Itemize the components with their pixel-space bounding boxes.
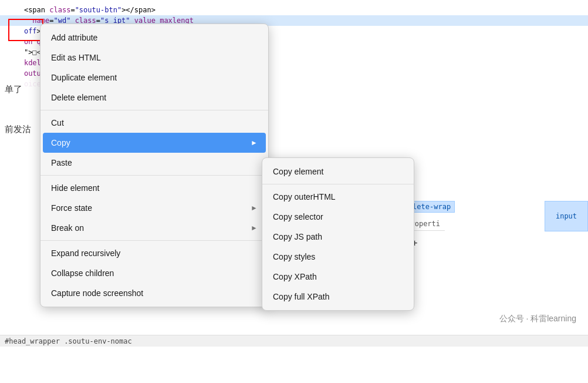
menu-divider-3 <box>40 240 268 241</box>
menu-item-edit-as-html[interactable]: Edit as HTML <box>40 48 268 68</box>
menu-item-break-on[interactable]: Break on ► <box>40 218 268 238</box>
submenu-copy-xpath[interactable]: Copy XPath <box>262 267 414 287</box>
menu-item-capture-screenshot[interactable]: Capture node screenshot <box>40 283 268 303</box>
submenu-copy-js-path[interactable]: Copy JS path <box>262 227 414 247</box>
submenu-copy-selector[interactable]: Copy selector <box>262 207 414 227</box>
menu-item-cut[interactable]: Cut <box>40 113 268 133</box>
submenu-copy-styles[interactable]: Copy styles <box>262 247 414 267</box>
submenu-divider <box>262 184 414 184</box>
watermark: 公众号 · 科雷learning <box>499 314 576 324</box>
menu-item-copy[interactable]: Copy ► <box>43 133 266 153</box>
menu-divider-1 <box>40 110 268 110</box>
bottom-breadcrumb: #head_wrapper .soutu-env-nomac <box>0 335 588 347</box>
menu-item-hide-element[interactable]: Hide element <box>40 178 268 198</box>
force-state-chevron: ► <box>251 204 258 212</box>
menu-item-duplicate-element[interactable]: Duplicate element <box>40 68 268 88</box>
menu-item-delete-element[interactable]: Delete element <box>40 88 268 107</box>
menu-item-collapse-children[interactable]: Collapse children <box>40 263 268 283</box>
menu-item-expand-recursively[interactable]: Expand recursively <box>40 243 268 263</box>
copy-submenu: Copy element Copy outerHTML Copy selecto… <box>262 157 414 311</box>
menu-item-paste[interactable]: Paste <box>40 153 268 173</box>
copy-chevron: ► <box>251 139 258 147</box>
code-line-1: <span class="soutu-btn"></span> <box>0 5 588 15</box>
menu-item-add-attribute[interactable]: Add attribute <box>40 28 268 48</box>
submenu-copy-outerhtml[interactable]: Copy outerHTML <box>262 187 414 207</box>
menu-item-force-state[interactable]: Force state ► <box>40 198 268 218</box>
menu-divider-2 <box>40 175 268 176</box>
submenu-copy-element[interactable]: Copy element <box>262 162 414 182</box>
input-badge: input <box>545 201 588 231</box>
submenu-copy-full-xpath[interactable]: Copy full XPath <box>262 287 414 307</box>
context-menu: Add attribute Edit as HTML Duplicate ele… <box>40 23 269 307</box>
break-on-chevron: ► <box>251 224 258 232</box>
